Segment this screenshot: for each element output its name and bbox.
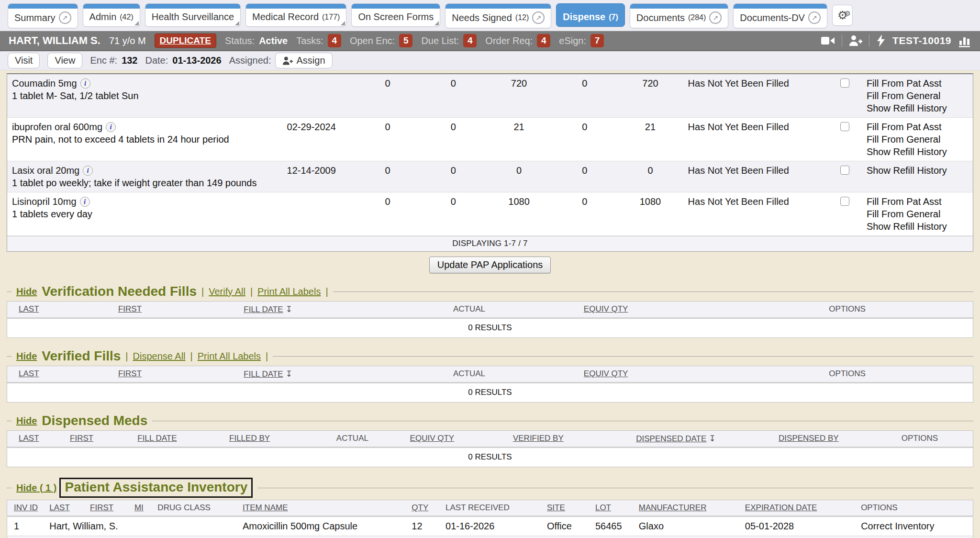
tab-medical-record[interactable]: Medical Record (177) [245,3,346,27]
column-header-fill-date[interactable]: FILL DATE↧ [239,369,393,379]
column-header-equiv-qty[interactable]: EQUIV QTY [490,369,722,379]
column-header-first[interactable]: FIRST [113,304,239,314]
tab-summary[interactable]: Summary ↗ [8,3,78,28]
column-header-last[interactable]: LAST [7,304,113,314]
info-icon[interactable]: i [83,166,93,176]
column-header-equiv-qty[interactable]: EQUIV QTY [389,434,476,444]
fill-from-pat-asst-link[interactable]: Fill From Pat Asst [867,77,968,90]
fill-from-general-link[interactable]: Fill From General [867,90,968,102]
tasks-count-badge[interactable]: 4 [328,34,341,47]
chart-icon[interactable] [958,34,971,47]
assign-button[interactable]: Assign [275,53,332,68]
update-pap-applications-button[interactable]: Update PAP Applications [429,257,551,273]
column-header-verified-by[interactable]: VERIFIED BY [476,434,601,444]
info-icon[interactable]: i [80,78,90,89]
divider [869,34,869,47]
hide-verification-fills-link[interactable]: Hide [16,286,37,297]
gear-small-icon: ⚙ [845,7,851,20]
fill-from-pat-asst-link[interactable]: Fill From Pat Asst [867,195,968,208]
fill-from-pat-asst-link[interactable]: Fill From Pat Asst [867,121,968,133]
order-req-count-badge[interactable]: 4 [537,34,550,47]
table-header-row: INV ID LAST FIRST MI DRUG CLASS ITEM NAM… [7,500,973,516]
fill-checkbox[interactable] [840,122,849,131]
qty-cell: 720 [617,74,683,118]
tab-label: Admin [89,11,117,22]
column-header-fill-date[interactable]: FILL DATE↧ [239,304,393,314]
show-refill-history-link[interactable]: Show Refill History [867,146,968,158]
fill-checkbox[interactable] [840,78,849,88]
open-enc-count-badge[interactable]: 5 [399,34,412,47]
print-all-labels-link[interactable]: Print All Labels [257,286,321,297]
column-header-first[interactable]: FIRST [65,434,133,444]
info-icon[interactable]: i [106,122,116,132]
qty-cell: 1080 [617,192,683,236]
column-header-qty[interactable]: QTY [408,500,442,516]
view-button[interactable]: View [47,53,82,68]
hide-verified-fills-link[interactable]: Hide [16,351,37,362]
tab-documents[interactable]: Documents (284) ↗ [630,3,729,28]
external-link-icon[interactable]: ↗ [808,11,821,24]
fill-from-general-link[interactable]: Fill From General [867,208,968,220]
column-header-equiv-qty[interactable]: EQUIV QTY [490,304,722,314]
external-link-icon[interactable]: ↗ [59,11,71,24]
add-person-icon[interactable] [849,34,862,47]
column-header-filled-by[interactable]: FILLED BY [224,434,316,444]
fill-checkbox[interactable] [840,166,849,175]
tab-settings-gear-button[interactable]: ⚙⚙ [832,5,853,26]
column-header-expiration-date[interactable]: EXPIRATION DATE [741,500,857,516]
column-header-manufacturer[interactable]: MANUFACTURER [635,500,741,516]
tab-health-surveillance[interactable]: Health Surveillance [145,3,241,27]
tab-label: Documents [636,12,685,23]
tab-label: Medical Record [252,11,319,22]
column-header-dispensed-by[interactable]: DISPENSED BY [751,434,867,444]
med-name: Coumadin 5mg [12,77,77,90]
hide-patient-assistance-inventory-link[interactable]: Hide ( 1 ) [16,482,56,493]
esign-count-badge[interactable]: 7 [590,34,604,47]
dispense-all-link[interactable]: Dispense All [133,351,186,362]
column-header-site[interactable]: SITE [543,500,591,516]
verify-all-link[interactable]: Verify All [209,286,245,297]
correct-inventory-link[interactable]: Correct Inventory [857,516,973,536]
column-header-mi[interactable]: MI [131,500,154,516]
column-header-first[interactable]: FIRST [86,500,131,516]
column-header-fill-date[interactable]: FILL DATE [133,434,224,444]
due-list-label: Due List: [421,35,459,46]
column-header-first[interactable]: FIRST [113,369,239,379]
dropdown-corner-icon [134,21,139,25]
tab-on-screen-forms[interactable]: On Screen Forms [351,3,440,27]
fill-status: Has Not Yet Been Filled [683,161,828,192]
qty-cell: 21 [486,118,552,161]
show-refill-history-link[interactable]: Show Refill History [867,220,968,233]
hide-dispensed-meds-link[interactable]: Hide [16,415,37,426]
show-refill-history-link[interactable]: Show Refill History [867,164,968,177]
print-all-labels-link[interactable]: Print All Labels [198,351,261,362]
lightning-icon[interactable] [876,34,886,47]
due-list-count-badge[interactable]: 4 [463,34,477,47]
show-refill-history-link[interactable]: Show Refill History [867,102,968,114]
column-header-inv-id[interactable]: INV ID [7,500,46,516]
visit-button[interactable]: Visit [8,53,40,68]
column-header-last[interactable]: LAST [45,500,86,516]
column-header-dispensed-date[interactable]: DISPENSED DATE↧ [601,434,751,444]
video-call-icon[interactable] [821,35,835,46]
tab-documents-dv[interactable]: Documents-DV ↗ [733,3,827,28]
results-count: 0 RESULTS [7,448,973,467]
column-header-last[interactable]: LAST [7,369,113,379]
column-header-last[interactable]: LAST [7,434,65,444]
qty-cell: 0 [355,192,420,236]
column-header-item-name[interactable]: ITEM NAME [239,500,408,516]
open-enc-label: Open Enc: [350,35,395,46]
table-row: ibuprofen oral 600mgi PRN pain, not to e… [7,118,973,161]
external-link-icon[interactable]: ↗ [532,11,545,24]
tab-dispense[interactable]: Dispense (7) [556,3,625,27]
fill-checkbox[interactable] [840,197,849,206]
tab-admin[interactable]: Admin (42) [83,3,140,27]
duplicate-badge[interactable]: DUPLICATE [155,34,216,48]
column-header-lot[interactable]: LOT [591,500,635,516]
external-link-icon[interactable]: ↗ [709,11,722,24]
tab-needs-signed[interactable]: Needs Signed (12) ↗ [445,3,551,28]
table-row: Lisinopril 10mgi 1 tablets every day 0 0… [7,192,973,236]
info-icon[interactable]: i [80,197,90,207]
fill-from-general-link[interactable]: Fill From General [867,133,968,146]
item-name-cell: Amoxicillin 500mg Capsule [239,516,408,536]
